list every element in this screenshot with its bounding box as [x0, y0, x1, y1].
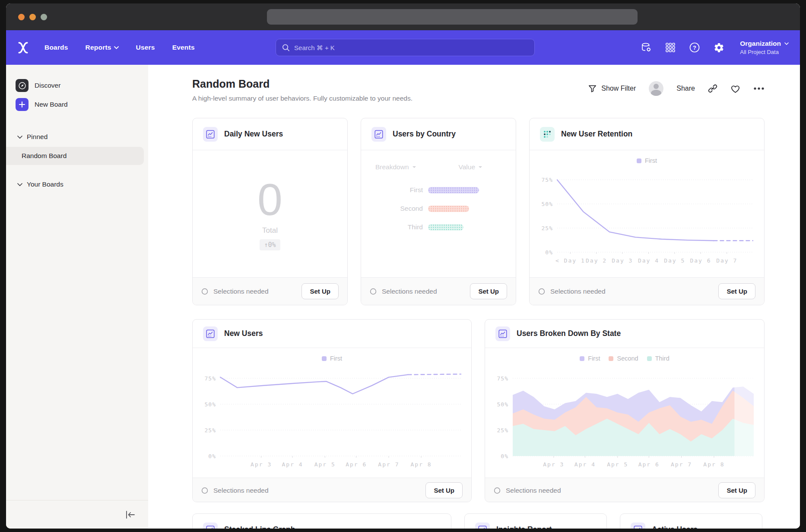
bar-third: [428, 224, 463, 231]
bar-second: [428, 206, 469, 212]
sidebar-item-label: Discover: [35, 82, 60, 89]
nav-item-label: Users: [136, 44, 155, 51]
traffic-lights: [18, 14, 47, 20]
legend-swatch: [637, 158, 641, 163]
svg-text:Day 2: Day 2: [586, 257, 607, 264]
show-filter-label: Show Filter: [601, 85, 636, 92]
share-button[interactable]: Share: [676, 85, 695, 92]
svg-text:50%: 50%: [542, 201, 553, 207]
status-text: Selections needed: [550, 288, 606, 295]
stacked-area-chart: 75%50%25%0%Apr 3Apr 4Apr 5Apr 6Apr 7Apr …: [485, 362, 764, 476]
status-circle-icon: [538, 288, 545, 295]
chevron-down-icon: [478, 166, 482, 168]
breakdown-dropdown[interactable]: Breakdown: [375, 163, 416, 171]
bar-first: [428, 187, 479, 193]
settings-gear-icon[interactable]: [713, 42, 724, 53]
svg-text:Apr 6: Apr 6: [638, 461, 660, 468]
address-bar[interactable]: [267, 9, 638, 25]
svg-text:Day 4: Day 4: [638, 257, 659, 264]
svg-text:Apr 7: Apr 7: [671, 461, 692, 468]
search-input[interactable]: [294, 44, 528, 51]
nav-item-boards[interactable]: Boards: [44, 44, 68, 51]
metric-delta-badge: ↑0%: [260, 239, 280, 250]
nav-item-reports[interactable]: Reports: [86, 44, 119, 51]
show-filter-button[interactable]: Show Filter: [588, 84, 636, 93]
retention-grid-icon: [540, 127, 555, 142]
line-chart-icon: [371, 127, 386, 142]
legend-label: First: [330, 355, 342, 362]
legend-swatch: [647, 356, 652, 361]
org-scope: All Project Data: [740, 49, 789, 55]
sidebar-item-discover[interactable]: Discover: [6, 76, 148, 95]
line-chart-icon: [203, 127, 218, 142]
chevron-down-icon: [412, 166, 416, 168]
search-icon: [282, 44, 290, 52]
global-search[interactable]: [276, 39, 535, 56]
set-up-button[interactable]: Set Up: [718, 482, 755, 498]
copy-link-button[interactable]: [708, 84, 717, 93]
sidebar-item-new-board[interactable]: New Board: [6, 95, 148, 114]
svg-text:Day 6: Day 6: [690, 257, 711, 264]
value-dropdown[interactable]: Value: [459, 163, 483, 171]
set-up-button[interactable]: Set Up: [425, 482, 463, 498]
dropdown-label: Breakdown: [375, 163, 409, 171]
mixpanel-logo-icon[interactable]: [17, 41, 29, 54]
heart-icon: [730, 84, 740, 93]
org-name: Organization: [740, 40, 781, 48]
status-text: Selections needed: [382, 288, 437, 295]
data-management-icon[interactable]: [641, 42, 652, 53]
sidebar-item-label: New Board: [35, 101, 68, 108]
nav-item-label: Reports: [86, 44, 111, 51]
svg-text:Apr 5: Apr 5: [607, 461, 628, 468]
more-options-button[interactable]: [753, 87, 765, 90]
status-circle-icon: [370, 288, 377, 295]
status-circle-icon: [201, 487, 208, 494]
nav-item-users[interactable]: Users: [136, 44, 155, 51]
apps-grid-icon[interactable]: [665, 42, 676, 53]
nav-item-label: Events: [172, 44, 195, 51]
help-icon[interactable]: ?: [689, 42, 700, 53]
svg-text:Apr 8: Apr 8: [411, 461, 432, 468]
svg-text:Day 7: Day 7: [716, 257, 737, 264]
top-navbar: Boards Reports Users Events: [6, 30, 800, 65]
window-close-button[interactable]: [18, 14, 25, 20]
line-chart-icon: [203, 522, 218, 529]
svg-text:25%: 25%: [542, 225, 553, 231]
svg-text:Apr 3: Apr 3: [543, 461, 564, 468]
chevron-down-icon: [784, 42, 789, 45]
metric-value: 0: [257, 177, 282, 222]
bar-label: Second: [361, 205, 423, 212]
nav-item-events[interactable]: Events: [172, 44, 195, 51]
favorite-button[interactable]: [730, 84, 740, 93]
status-circle-icon: [494, 487, 501, 494]
metric-label: Total: [262, 226, 278, 235]
legend-label: First: [588, 355, 600, 362]
set-up-button[interactable]: Set Up: [301, 283, 339, 299]
card-title: Stacked Line Graph: [224, 525, 295, 529]
svg-text:75%: 75%: [497, 375, 508, 382]
chart-legend: First Second Third: [485, 348, 764, 362]
window-minimize-button[interactable]: [29, 14, 36, 20]
bar-row: Third: [361, 221, 516, 233]
bar-row: Second: [361, 203, 516, 215]
legend-swatch: [322, 356, 327, 361]
svg-text:0%: 0%: [208, 453, 216, 459]
collapse-sidebar-icon[interactable]: [126, 511, 135, 519]
svg-text:Apr 4: Apr 4: [574, 461, 596, 468]
set-up-button[interactable]: Set Up: [470, 283, 507, 299]
window-zoom-button[interactable]: [41, 14, 47, 20]
card-active-users: Active Users: [620, 513, 762, 529]
card-title: Active Users: [652, 525, 698, 529]
line-chart-icon: [495, 326, 510, 341]
set-up-button[interactable]: Set Up: [718, 283, 755, 299]
sidebar-item-random-board[interactable]: Random Board: [6, 147, 144, 165]
svg-text:Apr 3: Apr 3: [251, 461, 272, 468]
svg-text:Apr 8: Apr 8: [703, 461, 724, 468]
sidebar-section-pinned[interactable]: Pinned: [6, 130, 148, 143]
sidebar-section-label: Pinned: [27, 133, 48, 141]
sidebar-section-your-boards[interactable]: Your Boards: [6, 178, 148, 191]
svg-text:25%: 25%: [497, 427, 508, 434]
card-title: New Users: [224, 329, 263, 338]
avatar[interactable]: [649, 81, 663, 96]
org-switcher[interactable]: Organization All Project Data: [740, 40, 789, 55]
